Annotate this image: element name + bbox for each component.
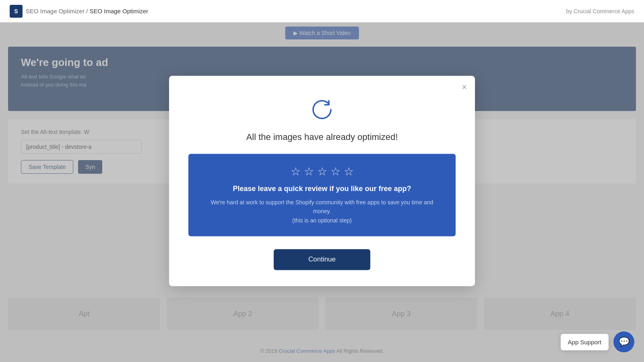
review-heading: Please leave a quick review if you like … xyxy=(201,185,443,193)
app-logo: S xyxy=(10,5,23,18)
app-support-button[interactable]: 💬 xyxy=(613,331,634,352)
sync-icon-container xyxy=(188,95,456,124)
app-support-container: App Support 💬 xyxy=(561,331,634,352)
star-4[interactable]: ☆ xyxy=(330,165,341,178)
header-left: S SEO Image Optimizer / SEO Image Optimi… xyxy=(10,5,148,18)
star-2[interactable]: ☆ xyxy=(304,165,314,178)
review-desc-line2: (this is an optional step) xyxy=(201,216,443,225)
app-support-label: App Support xyxy=(561,334,609,350)
modal-close-button[interactable]: × xyxy=(462,83,467,92)
star-3[interactable]: ☆ xyxy=(317,165,327,178)
stars-row[interactable]: ☆ ☆ ☆ ☆ ☆ xyxy=(201,165,443,178)
modal-dialog: × All the images have already optimized!… xyxy=(169,76,475,286)
star-5[interactable]: ☆ xyxy=(344,165,354,178)
modal-title: All the images have already optimized! xyxy=(188,132,456,142)
continue-button[interactable]: Continue xyxy=(274,249,370,270)
header: S SEO Image Optimizer / SEO Image Optimi… xyxy=(0,0,644,23)
review-desc-line1: We're hard at work to support the Shopif… xyxy=(201,198,443,216)
header-by-text: by Crucial Commerce Apps xyxy=(566,8,634,14)
review-box: ☆ ☆ ☆ ☆ ☆ Please leave a quick review if… xyxy=(188,154,456,236)
sync-icon xyxy=(308,95,336,124)
breadcrumb: SEO Image Optimizer / SEO Image Optimize… xyxy=(26,8,148,14)
star-1[interactable]: ☆ xyxy=(291,165,301,178)
chat-icon: 💬 xyxy=(619,337,630,347)
